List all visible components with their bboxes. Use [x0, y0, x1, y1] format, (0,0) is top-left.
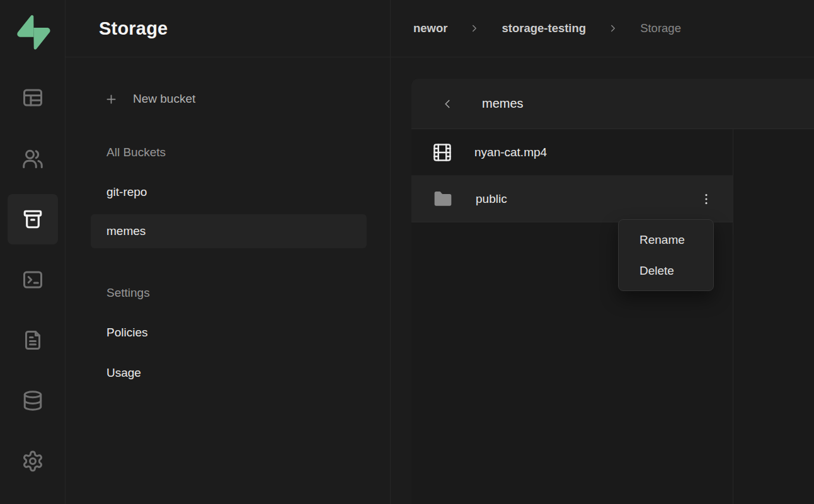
folder-icon [433, 189, 453, 209]
sidebar-nav-authentication[interactable] [21, 147, 44, 170]
bucket-item-git-repo[interactable]: git-repo [91, 175, 367, 209]
storage-sidebar: Storage New bucket All Buckets git-repo … [66, 0, 391, 504]
ellipsis-vertical-icon [699, 192, 713, 206]
sidebar-item-policies[interactable]: Policies [91, 316, 367, 350]
breadcrumb-project[interactable]: storage-testing [502, 21, 586, 35]
terminal-icon [21, 268, 44, 291]
sidebar-item-label: Policies [106, 326, 147, 340]
sidebar-nav-logs[interactable] [21, 329, 44, 352]
preview-column [733, 129, 814, 504]
explorer-folder-title: memes [482, 96, 524, 111]
explorer-body: nyan-cat.mp4 public [411, 129, 814, 504]
bucket-item-memes[interactable]: memes [91, 214, 367, 248]
folder-name: public [476, 192, 507, 206]
breadcrumb-org[interactable]: newor [413, 21, 447, 35]
sidebar-item-usage[interactable]: Usage [91, 356, 367, 390]
chevron-right-icon [607, 23, 619, 34]
file-row-nyan-cat[interactable]: nyan-cat.mp4 [411, 129, 733, 176]
file-text-icon [21, 329, 44, 352]
bucket-item-label: memes [106, 224, 146, 238]
users-icon [21, 147, 44, 170]
sidebar-nav-storage[interactable] [8, 194, 58, 244]
storage-archive-icon [21, 208, 44, 231]
row-options-button[interactable] [697, 188, 715, 210]
film-icon [433, 143, 452, 162]
sidebar-nav-table-editor[interactable] [21, 86, 44, 109]
menu-item-rename[interactable]: Rename [619, 224, 713, 255]
database-icon [21, 389, 44, 412]
file-explorer-panel: memes nyan-cat.mp4 public [411, 79, 814, 504]
sidebar-item-label: Usage [106, 366, 141, 380]
supabase-logo[interactable] [17, 15, 50, 50]
file-name: nyan-cat.mp4 [474, 146, 547, 159]
context-menu: Rename Delete [618, 219, 714, 291]
gear-icon [21, 450, 44, 472]
folder-row-public[interactable]: public [411, 176, 733, 222]
explorer-header: memes [411, 79, 814, 129]
table-icon [21, 86, 44, 109]
chevron-right-icon [469, 23, 480, 34]
back-chevron-icon[interactable] [440, 97, 454, 111]
bucket-item-label: git-repo [106, 185, 147, 199]
page-title: Storage [99, 18, 168, 39]
sidebar-nav-sql-editor[interactable] [21, 268, 44, 291]
menu-item-delete[interactable]: Delete [619, 255, 713, 286]
file-column: nyan-cat.mp4 public [411, 129, 733, 504]
sidebar-nav-settings[interactable] [21, 450, 44, 472]
sidebar-nav-database[interactable] [21, 389, 44, 412]
top-bar: newor storage-testing Storage [391, 0, 814, 57]
icon-sidebar [0, 0, 66, 504]
plus-icon [105, 93, 118, 106]
supabase-bolt-icon [17, 15, 50, 50]
all-buckets-section-label: All Buckets [106, 146, 166, 159]
settings-section-label: Settings [106, 286, 150, 300]
new-bucket-label: New bucket [133, 92, 195, 106]
breadcrumb-current: Storage [640, 21, 681, 35]
storage-sidebar-header: Storage [66, 0, 390, 57]
new-bucket-button[interactable]: New bucket [105, 92, 195, 106]
